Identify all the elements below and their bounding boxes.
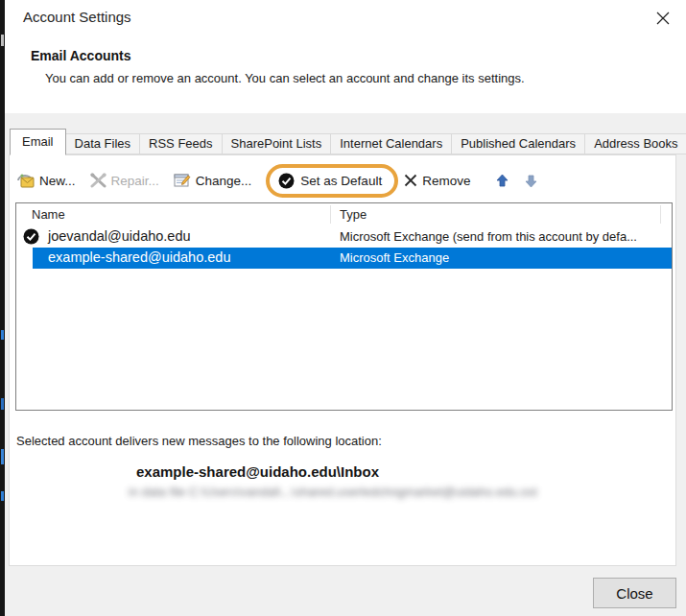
account-name: joevandal@uidaho.edu: [48, 228, 191, 244]
accounts-toolbar: New... Repair... Change...: [15, 159, 537, 201]
remove-account-label: Remove: [422, 174, 470, 188]
change-account-button[interactable]: Change...: [174, 173, 252, 188]
change-form-icon: [174, 173, 191, 188]
tab-address-books[interactable]: Address Books: [584, 133, 686, 154]
reorder-arrows: [496, 174, 537, 188]
tab-sharepoint-lists[interactable]: SharePoint Lists: [222, 133, 332, 154]
tab-bar: Email Data Files RSS Feeds SharePoint Li…: [10, 129, 686, 154]
column-header-name[interactable]: Name: [32, 207, 65, 222]
repair-tools-icon: [90, 173, 106, 188]
section-heading: Email Accounts: [31, 48, 131, 63]
column-divider-end[interactable]: [660, 205, 661, 224]
section-description: You can add or remove an account. You ca…: [45, 71, 525, 85]
account-type: Microsoft Exchange: [340, 250, 449, 265]
account-type: Microsoft Exchange (send from this accou…: [340, 229, 637, 244]
tab-data-files[interactable]: Data Files: [65, 133, 141, 154]
close-button[interactable]: Close: [593, 578, 676, 608]
column-header-type[interactable]: Type: [340, 207, 367, 222]
delivery-location: example-shared@uidaho.edu\Inbox: [136, 463, 379, 480]
remove-x-icon: [404, 174, 417, 187]
dialog-title: Account Settings: [23, 9, 131, 25]
repair-account-button: Repair...: [90, 173, 159, 188]
change-account-label: Change...: [196, 174, 252, 188]
repair-account-label: Repair...: [111, 174, 159, 188]
tab-email[interactable]: Email: [10, 129, 66, 155]
move-down-icon: [525, 174, 537, 188]
column-divider[interactable]: [330, 205, 331, 224]
set-default-highlight-annotation: Set as Default: [266, 164, 398, 198]
tab-published-calendars[interactable]: Published Calendars: [451, 133, 585, 154]
account-name: example-shared@uidaho.edu: [48, 249, 230, 265]
close-icon[interactable]: [653, 9, 673, 28]
move-up-icon[interactable]: [496, 174, 509, 188]
delivery-note: Selected account delivers new messages t…: [16, 434, 382, 448]
tab-internet-calendars[interactable]: Internet Calendars: [330, 133, 452, 154]
accounts-list: Name Type joevandal@uidaho.edu Microsoft…: [15, 202, 673, 411]
set-as-default-label: Set as Default: [300, 174, 382, 188]
remove-account-button[interactable]: Remove: [404, 174, 470, 188]
set-as-default-button[interactable]: Set as Default: [278, 173, 382, 189]
default-check-icon: [278, 173, 295, 189]
default-account-check-icon: [23, 228, 39, 245]
tab-rss-feeds[interactable]: RSS Feeds: [139, 133, 222, 154]
account-row-example-shared[interactable]: example-shared@uidaho.edu Microsoft Exch…: [16, 248, 672, 269]
new-account-button[interactable]: New...: [15, 173, 76, 188]
new-account-label: New...: [39, 174, 76, 188]
new-mail-icon: [15, 173, 35, 188]
redacted-data-file-path: in data file C:\Users\vandal\...\shared.…: [129, 485, 537, 499]
account-row-joevandal[interactable]: joevandal@uidaho.edu Microsoft Exchange …: [16, 226, 672, 248]
